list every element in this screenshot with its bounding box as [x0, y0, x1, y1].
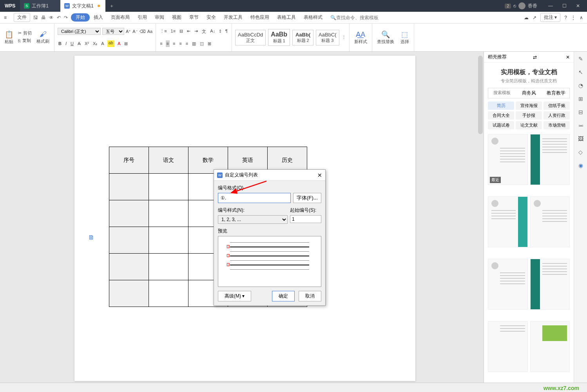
link-icon[interactable]: ⫘ [578, 122, 583, 129]
document-area[interactable]: 🗎 序号 语文 数学 英语 历史 W 自定义编号列表 ✕ 编号 [0, 52, 484, 383]
tag-hr[interactable]: 人资行政 [544, 111, 570, 120]
align-center-icon[interactable]: ≡ [166, 40, 170, 47]
change-case-icon[interactable]: Aa [147, 29, 152, 34]
menu-start[interactable]: 开始 [71, 13, 90, 22]
clear-format-icon[interactable]: ⌫ [140, 29, 146, 34]
tag-resume[interactable]: 简历 [488, 102, 514, 110]
user-area[interactable]: 2 ⎋ 香香 [501, 2, 541, 9]
menu-security[interactable]: 安全 [203, 14, 220, 21]
menu-insert[interactable]: 插入 [90, 14, 107, 21]
style-normal[interactable]: AaBbCcDd正文 [235, 30, 266, 45]
font-name-select[interactable]: Calibri (正文) [58, 28, 101, 35]
bullets-icon[interactable]: ⋮≡ [159, 28, 167, 35]
grid-icon[interactable]: ⊞ [578, 96, 583, 102]
settings-icon[interactable]: ⋮ [571, 15, 576, 20]
menu-layout[interactable]: 页面布局 [107, 14, 134, 21]
chart-icon[interactable]: ⊟ [578, 109, 583, 115]
copy-button[interactable]: ⎘ 复制 [17, 37, 33, 44]
panel-settings-icon[interactable]: ⇄ [533, 54, 537, 60]
align-right-icon[interactable]: ≡ [172, 40, 176, 47]
format-painter-button[interactable]: 🖌格式刷 [35, 29, 51, 45]
undo-icon[interactable]: ↶ [57, 15, 61, 20]
borders-icon[interactable]: ⊞ [207, 40, 212, 47]
cancel-button[interactable]: 取消 [299, 291, 321, 301]
template-item[interactable]: 最近 [488, 134, 528, 185]
notification-badge[interactable]: 2 [505, 4, 511, 9]
subscript-icon[interactable]: X₂ [92, 40, 98, 47]
dialog-close-button[interactable]: ✕ [317, 172, 322, 178]
sort-icon[interactable]: A↓ [209, 28, 216, 35]
increase-font-icon[interactable]: A⁺ [126, 29, 131, 34]
italic-icon[interactable]: I [65, 40, 67, 47]
template-item[interactable] [530, 134, 570, 185]
template-item[interactable] [488, 259, 528, 310]
palette-icon[interactable]: ◔ [578, 82, 583, 89]
table-cell[interactable] [109, 280, 149, 307]
menu-features[interactable]: 特色应用 [246, 14, 273, 21]
template-item[interactable] [488, 196, 528, 247]
template-item[interactable] [530, 196, 570, 247]
image-icon[interactable]: 🖼 [578, 136, 583, 142]
table-cell[interactable] [109, 200, 149, 227]
template-item[interactable] [530, 321, 570, 372]
ok-button[interactable]: 确定 [272, 291, 295, 301]
minimize-button[interactable]: — [545, 2, 556, 10]
hamburger-icon[interactable]: ≡ [0, 15, 11, 20]
numbering-icon[interactable]: 1≡ [170, 28, 177, 35]
style-h2[interactable]: AaBb(标题 2 [292, 30, 313, 45]
menu-tablestyle[interactable]: 表格样式 [300, 14, 326, 21]
new-tab-button[interactable]: ＋ [105, 3, 118, 9]
template-rail-icon[interactable]: ◉ [578, 162, 583, 169]
tag-contract[interactable]: 合同大全 [488, 111, 514, 120]
start-number-input[interactable] [290, 215, 321, 223]
style-h1[interactable]: AaBb标题 1 [268, 29, 290, 46]
tag-newspaper[interactable]: 手抄报 [516, 111, 542, 120]
increase-indent-icon[interactable]: ⇥ [194, 28, 199, 35]
line-spacing-icon[interactable]: ‡ [218, 28, 222, 35]
new-style-button[interactable]: A͟A新样式 [353, 29, 369, 45]
print-icon[interactable]: 🖶 [41, 15, 46, 20]
menu-devtools[interactable]: 开发工具 [220, 14, 246, 21]
file-menu[interactable]: 文件 [14, 13, 30, 22]
text-effect-icon[interactable]: A [100, 40, 105, 47]
menu-view[interactable]: 视图 [168, 14, 185, 21]
font-size-select[interactable]: 五号 [102, 28, 124, 35]
close-button[interactable]: ✕ [573, 2, 583, 10]
number-format-input[interactable] [218, 193, 291, 203]
table-cell[interactable] [109, 174, 149, 200]
bold-icon[interactable]: B [58, 40, 62, 47]
tag-exam[interactable]: 试题试卷 [488, 121, 514, 129]
decrease-indent-icon[interactable]: ⇤ [186, 28, 191, 35]
superscript-icon[interactable]: X² [84, 40, 90, 47]
columns-icon[interactable]: ▥ [191, 40, 197, 47]
cut-button[interactable]: ✂ 剪切 [17, 29, 33, 37]
save-icon[interactable]: 🖫 [33, 15, 38, 20]
text-direction-icon[interactable]: 文 [201, 28, 207, 35]
vertical-scrollbar[interactable] [478, 56, 483, 134]
table-header[interactable]: 序号 [109, 147, 149, 174]
cloud-icon[interactable]: ☁ [524, 15, 529, 20]
table-cell[interactable] [149, 280, 188, 307]
multilevel-icon[interactable]: ⊟ [179, 28, 184, 35]
menu-references[interactable]: 引用 [134, 14, 151, 21]
menu-tabletools[interactable]: 表格工具 [273, 14, 300, 21]
tab-education[interactable]: 教育教学 [542, 88, 569, 98]
font-button[interactable]: 字体(F)... [293, 193, 321, 203]
menu-chapter[interactable]: 章节 [185, 14, 203, 21]
tag-letter[interactable]: 信纸手账 [544, 102, 570, 110]
preview-icon[interactable]: 👁 [49, 15, 54, 20]
cursor-icon[interactable]: ↖ [578, 69, 583, 75]
comment-button[interactable]: 批注 ▾ [540, 13, 560, 22]
star-icon[interactable]: ◇ [578, 149, 583, 155]
styles-more-icon[interactable]: ⋮ [342, 35, 346, 40]
select-button[interactable]: ⬚选择 [399, 29, 411, 45]
template-grid[interactable]: 最近 [484, 132, 574, 383]
highlight-icon[interactable]: ab [107, 40, 114, 47]
tab-document[interactable]: W 文字文稿1 [60, 0, 105, 12]
align-left-icon[interactable]: ≡ [159, 40, 163, 47]
panel-close-icon[interactable]: ✕ [566, 54, 570, 60]
avatar[interactable] [518, 2, 525, 9]
tag-poster[interactable]: 宣传海报 [516, 102, 542, 110]
redo-icon[interactable]: ↷ [64, 15, 68, 20]
find-replace-button[interactable]: 🔍查找替换 [375, 29, 396, 45]
